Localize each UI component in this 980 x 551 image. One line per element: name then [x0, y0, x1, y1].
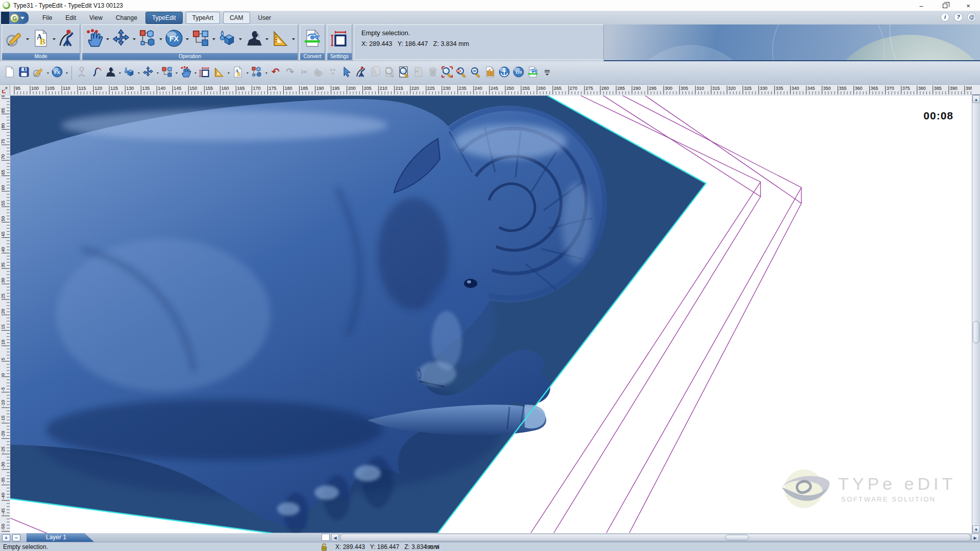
measure-tool-button[interactable]: [270, 28, 291, 51]
convert-button[interactable]: [302, 28, 323, 51]
group-tool-dropdown[interactable]: [211, 30, 216, 49]
volume-3d-tool-button[interactable]: [216, 28, 238, 51]
svg-text:145: 145: [174, 86, 181, 91]
save-button[interactable]: [17, 65, 31, 81]
select-cursor-button[interactable]: [340, 65, 354, 81]
array-copy-tool-button[interactable]: [160, 65, 174, 81]
minimize-button[interactable]: –: [910, 0, 933, 11]
layer-splitter-box[interactable]: [322, 534, 330, 541]
ruler-origin-icon[interactable]: [0, 85, 10, 95]
svg-text:325: 325: [744, 86, 751, 91]
scroll-down-icon[interactable]: ▼: [972, 525, 980, 533]
shadow-person-tool-dropdown[interactable]: [117, 67, 122, 79]
viewport-canvas[interactable]: 00:08 TYPe eDIT SOFTWARE SOLUTION: [10, 95, 972, 533]
menu-edit[interactable]: Edit: [59, 12, 83, 23]
text-mode-tool-button[interactable]: AB: [30, 28, 52, 51]
volume-3d-tool-dropdown[interactable]: [238, 30, 243, 49]
toolbar-section-operation: FXOperation: [82, 24, 298, 60]
group-tool-dropdown[interactable]: [264, 67, 268, 79]
tab-cam[interactable]: CAM: [223, 12, 250, 24]
hand-edit-tool-dropdown[interactable]: [193, 67, 198, 79]
volume-3d-tool-button[interactable]: [122, 65, 136, 81]
move-tool-dropdown[interactable]: [132, 30, 137, 49]
help-button[interactable]: ?: [954, 13, 963, 21]
volume-3d-tool-dropdown[interactable]: [136, 67, 141, 79]
dimsq-icon: [330, 29, 349, 50]
hand-edit-tool-button[interactable]: [179, 65, 193, 81]
measure-tool-dropdown[interactable]: [291, 30, 296, 49]
horizontal-scrollbar[interactable]: [340, 534, 971, 541]
cube-icon: [123, 66, 135, 80]
move-tool-button[interactable]: [110, 28, 132, 51]
menu-user[interactable]: User: [252, 12, 278, 23]
draw-tool-dropdown[interactable]: [45, 67, 50, 79]
menu-view[interactable]: View: [83, 12, 109, 23]
zoom-page-button[interactable]: [397, 65, 411, 81]
draw-mode-tool-button[interactable]: [4, 28, 25, 51]
hand-edit-tool-dropdown[interactable]: [105, 30, 110, 49]
draw-tool-button[interactable]: [31, 65, 45, 81]
shadow-person-tool-button[interactable]: [103, 65, 117, 81]
fx-tool-button[interactable]: FX: [50, 65, 64, 81]
add-layer-button[interactable]: +: [2, 534, 10, 541]
fx-effects-tool-dropdown[interactable]: [185, 30, 190, 49]
measure-tool-dropdown[interactable]: [226, 67, 231, 79]
svg-text:395: 395: [966, 86, 972, 91]
close-button[interactable]: ×: [957, 0, 980, 11]
vertical-scroll-thumb[interactable]: [973, 321, 979, 343]
title-bar: G Type31 - TypeEdit - TypeEdit V13 00123…: [0, 0, 980, 11]
layer-tab[interactable]: Layer 1: [27, 533, 94, 542]
application-menu-button[interactable]: G: [1, 12, 29, 24]
settings-button[interactable]: [329, 28, 350, 51]
scroll-up-icon[interactable]: ▲: [972, 95, 980, 103]
toolbar-options-button[interactable]: [540, 65, 554, 81]
statistics-button[interactable]: [483, 65, 497, 81]
fx-effects-tool-button[interactable]: FX: [163, 28, 185, 51]
new-document-button[interactable]: [3, 65, 17, 81]
anchor-sphere-button[interactable]: [497, 65, 511, 81]
chart-icon: [484, 66, 496, 80]
zoom-selection-button[interactable]: [440, 65, 454, 81]
save-icon: [18, 66, 30, 80]
dimension-tool-button[interactable]: [198, 65, 212, 81]
menu-change[interactable]: Change: [109, 12, 144, 23]
fx-tool-dropdown[interactable]: [64, 67, 69, 79]
shadow-person-tool-dropdown[interactable]: [264, 30, 270, 49]
horizontal-scroll-thumb[interactable]: [725, 535, 749, 540]
convert-tool-button[interactable]: [526, 65, 540, 81]
contact-button[interactable]: @: [967, 13, 976, 21]
shadow-person-tool-button[interactable]: [243, 28, 264, 51]
tab-typeart[interactable]: TypeArt: [186, 12, 220, 24]
restore-button[interactable]: [933, 0, 957, 11]
draw-mode-tool-dropdown[interactable]: [25, 30, 30, 49]
undo-button[interactable]: ↶: [268, 65, 283, 81]
move-tool-dropdown[interactable]: [155, 67, 160, 79]
array-copy-tool-dropdown[interactable]: [174, 67, 179, 79]
measure-tool-button[interactable]: [212, 65, 226, 81]
group-tool-button[interactable]: [190, 28, 211, 51]
redo-icon: ↷: [284, 66, 296, 80]
group-tool-button[interactable]: [250, 65, 264, 81]
info-button[interactable]: i: [941, 13, 949, 21]
toolbar-section-convert: Convert: [300, 24, 325, 60]
text-tool-dropdown[interactable]: [245, 67, 250, 79]
scroll-right-icon[interactable]: ▶: [971, 534, 979, 541]
text-tool-button[interactable]: AB: [231, 65, 245, 81]
tab-typeedit[interactable]: TypeEdit: [145, 12, 183, 24]
zoom-out-button[interactable]: [469, 65, 483, 81]
array-copy-tool-dropdown[interactable]: [158, 30, 163, 49]
vertical-scrollbar[interactable]: ▲ ▼: [972, 95, 980, 533]
curve-tool-button[interactable]: [89, 65, 103, 81]
anchor-point-tool-button[interactable]: [354, 65, 369, 81]
scroll-left-icon[interactable]: ◀: [331, 534, 339, 541]
hand-edit-tool-button[interactable]: [84, 28, 105, 51]
point-mode-tool-button[interactable]: [57, 28, 78, 51]
text-mode-tool-dropdown[interactable]: [52, 30, 57, 49]
array-copy-tool-button[interactable]: [137, 28, 158, 51]
zoom-previous-button[interactable]: [454, 65, 469, 81]
tree-icon: [355, 66, 368, 80]
move-tool-button[interactable]: [141, 65, 155, 81]
menu-file[interactable]: File: [36, 12, 59, 23]
numbers-display-button[interactable]: 123: [511, 65, 526, 81]
remove-layer-button[interactable]: −: [12, 534, 20, 541]
